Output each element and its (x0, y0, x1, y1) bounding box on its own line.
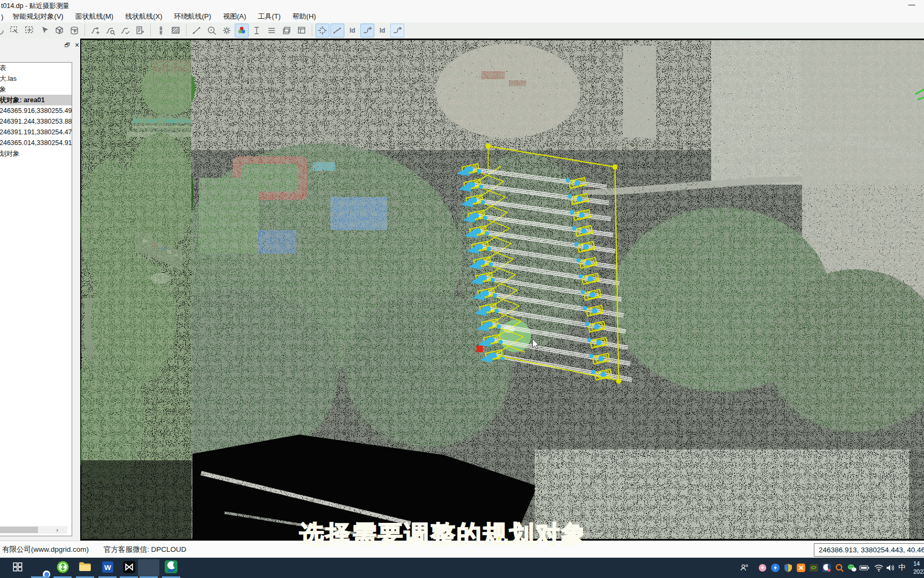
route-s-icon (362, 25, 373, 36)
zoom-icon (206, 25, 217, 36)
tool-measure-line-button[interactable] (190, 24, 204, 37)
tool-edit-segment-button[interactable] (330, 24, 344, 37)
tool-id-route-label: Id (380, 27, 386, 34)
scrollbar-thumb[interactable] (0, 527, 38, 533)
tree-item[interactable]: 246391.244,3380253.889 (0, 116, 72, 127)
tool-select-cylinder-button[interactable] (67, 24, 81, 37)
toolbar-separator (186, 25, 187, 36)
tool-partial-button[interactable] (0, 24, 6, 37)
tray-downloader[interactable] (795, 562, 807, 574)
tree-item[interactable]: 246365.916,3380255.498 (0, 105, 72, 116)
tray-search[interactable] (834, 562, 845, 574)
tool-pick-button[interactable] (37, 24, 51, 37)
menu-smart-plan-object[interactable]: 智能规划对象(V) (6, 11, 69, 22)
folder-icon (78, 560, 92, 576)
tree-item[interactable]: 状对象: area01 (0, 95, 72, 105)
tray-flash[interactable] (769, 562, 781, 574)
tool-window-front-button[interactable] (280, 24, 294, 37)
hatch-icon (171, 25, 181, 36)
tool-window-split-button[interactable] (295, 24, 309, 37)
tray-remote-person[interactable] (738, 562, 750, 574)
app-dpcloud[interactable] (138, 559, 159, 576)
layer-panel: 🗗 ✕ 表大.las象状对象: area01246365.916,3380255… (0, 39, 80, 541)
menu-tools[interactable]: 工具(T) (252, 11, 287, 22)
panel-float-icon[interactable]: 🗗 (63, 41, 72, 49)
tree-item[interactable]: 象 (0, 84, 72, 95)
toolbar: IdId (0, 22, 924, 39)
app-word[interactable]: W (97, 559, 118, 576)
tool-link-points-button[interactable] (154, 24, 168, 37)
tree-item[interactable]: 大.las (0, 73, 72, 84)
tool-rgb-display-button[interactable] (235, 24, 249, 37)
tray-flower[interactable] (757, 562, 768, 574)
app-file-explorer[interactable] (74, 559, 96, 576)
tree-hscrollbar[interactable]: › (0, 526, 67, 534)
scroll-right-icon[interactable]: › (53, 526, 61, 534)
select-rect-icon (9, 25, 20, 36)
status-support: 官方客服微信: DPCLOUD (104, 545, 187, 554)
tray-wifi[interactable] (873, 562, 884, 574)
tool-route-inspect-button[interactable] (103, 24, 117, 37)
menu-item-clipped[interactable]: ) (0, 12, 6, 22)
measure-icon (251, 25, 262, 36)
tree-item[interactable]: 246391.191,3380254.472 (0, 127, 72, 138)
tray-nvidia[interactable] (808, 562, 820, 574)
tray-defender[interactable]: ! (782, 562, 794, 574)
start-button[interactable] (7, 559, 28, 576)
tool-id-route-button[interactable]: Id (375, 24, 389, 37)
tool-zoom-button[interactable] (205, 24, 219, 37)
tool-edit-route-alt-button[interactable] (390, 24, 404, 37)
coordinate-readout: 246386.913, 3380254.443, 40.467 (814, 543, 924, 557)
toolbar-separator (312, 25, 312, 36)
menu-view[interactable]: 视图(A) (217, 11, 252, 22)
window-title: t014.dp - 贴近摄影测量 (1, 2, 70, 11)
tool-select-area-add-button[interactable] (22, 24, 36, 37)
menu-orbit-route[interactable]: 环绕航线(P) (168, 11, 217, 22)
tool-export-plan-button[interactable] (133, 24, 147, 37)
tool-settings-button[interactable] (220, 24, 234, 37)
tool-select-area-button[interactable] (7, 24, 21, 37)
tool-measure-height-button[interactable] (250, 24, 264, 37)
tray-battery[interactable] (859, 562, 871, 574)
tool-select-cube-button[interactable] (52, 24, 66, 37)
link-vertical-icon (156, 25, 166, 36)
tray-volume[interactable] (884, 562, 896, 574)
tool-id-point-label: Id (350, 27, 356, 34)
tool-region-fill-button[interactable] (169, 24, 183, 37)
tool-list-button[interactable] (265, 24, 279, 37)
tool-transform-button[interactable] (315, 24, 329, 37)
green-accel-icon (56, 560, 70, 576)
tree-item[interactable]: 表 (0, 63, 72, 73)
menu-line-route[interactable]: 线状航线(X) (119, 11, 168, 22)
route-apply-icon (120, 25, 130, 36)
tool-edit-route-button[interactable] (360, 24, 374, 37)
app-accelerator[interactable] (52, 559, 73, 576)
ime-indicator[interactable]: 中 (896, 562, 908, 574)
route-add-icon (90, 25, 101, 36)
taskbar-clock[interactable]: 14 2023 (913, 560, 924, 576)
tool-id-point-button[interactable]: Id (345, 24, 359, 37)
title-bar: t014.dp - 贴近摄影测量 — (0, 0, 924, 11)
menu-help[interactable]: 帮助(H) (287, 11, 322, 22)
rgb-icon (236, 25, 247, 36)
toolbar-separator (84, 25, 85, 36)
point-cloud-viewport[interactable] (80, 39, 924, 541)
tray-night-app[interactable] (821, 562, 833, 574)
tool-route-apply-button[interactable] (118, 24, 132, 37)
object-tree[interactable]: 表大.las象状对象: area01246365.916,3380255.498… (0, 62, 72, 536)
svg-text:W: W (104, 563, 111, 571)
app-crescent[interactable] (160, 559, 182, 576)
route-s-icon (392, 25, 403, 36)
tray-wechat[interactable] (846, 562, 858, 574)
window-b-icon (296, 25, 307, 36)
minimize-button[interactable]: — (905, 1, 919, 10)
tool-route-add-button[interactable] (88, 24, 102, 37)
tree-item[interactable]: 划对象 (0, 148, 72, 159)
tree-item[interactable]: 246365.014,3380254.916 (0, 138, 72, 148)
app-chrome[interactable] (29, 559, 51, 576)
tutorial-subtitle: 选择需要调整的规划对象 (299, 518, 631, 551)
app-capcut[interactable] (118, 559, 140, 576)
doc-export-icon (135, 25, 145, 36)
cube-icon (54, 25, 65, 36)
menu-area-route[interactable]: 面状航线(M) (70, 11, 120, 22)
